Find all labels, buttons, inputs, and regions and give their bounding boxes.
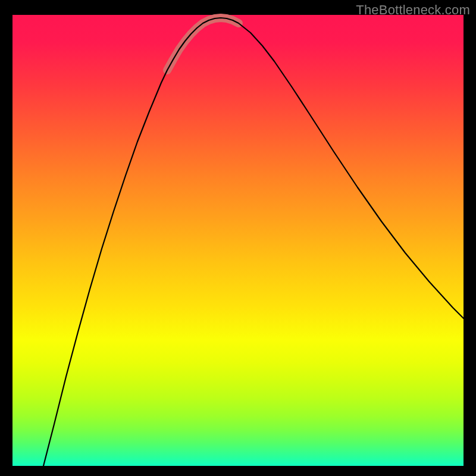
chart-stage: TheBottleneck.com: [0, 0, 476, 476]
main-curve: [43, 18, 464, 466]
curve-layer: [12, 15, 464, 466]
plot-area: [12, 15, 464, 466]
accent-curve: [167, 18, 239, 70]
